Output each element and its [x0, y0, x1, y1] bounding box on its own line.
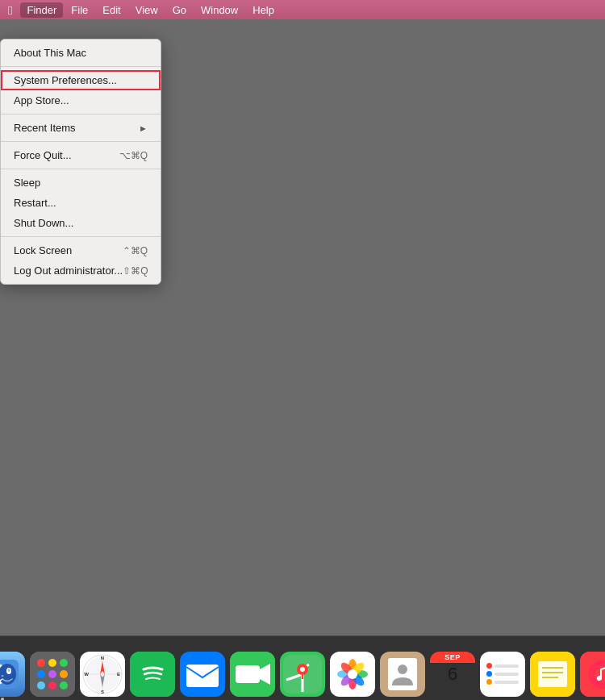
reminder-line-1 — [486, 663, 519, 669]
spotify-icon — [130, 652, 175, 697]
reminder-dot-3 — [486, 679, 492, 685]
dock: N S E W — [0, 635, 605, 700]
maps-icon — [280, 652, 325, 697]
svg-point-15 — [60, 670, 68, 678]
dock-spotify[interactable] — [130, 652, 175, 697]
reminder-bar-3 — [494, 681, 519, 684]
svg-point-40 — [300, 667, 305, 672]
dock-music[interactable] — [580, 652, 605, 697]
svg-point-50 — [348, 669, 357, 679]
svg-point-13 — [37, 670, 45, 678]
contacts-icon — [380, 652, 425, 697]
reminder-bar-2 — [494, 673, 519, 676]
svg-point-11 — [48, 659, 56, 667]
menu-item-restart[interactable]: Restart... — [1, 193, 161, 213]
svg-rect-35 — [236, 665, 260, 683]
calendar-month: SEP — [430, 652, 475, 663]
chevron-right-icon: ► — [139, 123, 148, 133]
menubar-finder[interactable]: Finder — [20, 2, 63, 18]
menu-item-about[interactable]: About This Mac — [1, 43, 161, 63]
menu-item-forcequit[interactable]: Force Quit... ⌥⌘Q — [1, 145, 161, 165]
dock-photos[interactable] — [330, 652, 375, 697]
menubar:  Finder File Edit View Go Window Help — [0, 0, 605, 19]
svg-point-8 — [2, 675, 4, 677]
desktop: About This Mac System Preferences... App… — [0, 19, 605, 635]
svg-point-31 — [136, 658, 169, 690]
reminder-bar-1 — [494, 665, 519, 668]
calendar-icon: SEP 6 — [430, 652, 475, 697]
dock-maps[interactable] — [280, 652, 325, 697]
photos-icon — [330, 652, 375, 697]
reminder-dot-2 — [486, 671, 492, 677]
calendar-day: 6 — [448, 665, 457, 684]
svg-point-10 — [37, 659, 45, 667]
dock-safari[interactable]: N S E W — [80, 652, 125, 697]
apple-menu-dropdown: About This Mac System Preferences... App… — [0, 39, 161, 285]
dock-facetime[interactable] — [230, 652, 275, 697]
svg-text:S: S — [101, 690, 104, 694]
svg-point-56 — [398, 665, 407, 674]
dock-apps: N S E W — [0, 640, 605, 697]
facetime-icon — [230, 652, 275, 697]
menu-item-lockscreen[interactable]: Lock Screen ⌃⌘Q — [1, 240, 161, 260]
dock-contacts[interactable] — [380, 652, 425, 697]
svg-point-17 — [48, 681, 56, 690]
svg-point-16 — [37, 681, 45, 690]
reminder-line-2 — [486, 671, 519, 677]
menubar-file[interactable]: File — [65, 2, 94, 18]
notes-icon — [530, 652, 575, 697]
menu-item-sleep[interactable]: Sleep — [1, 173, 161, 193]
menu-divider-1 — [1, 66, 161, 67]
svg-text:E: E — [117, 672, 120, 677]
reminder-dot-1 — [486, 663, 492, 669]
reminders-icon — [480, 656, 525, 691]
logout-shortcut: ⇧⌘Q — [123, 265, 148, 277]
svg-rect-33 — [186, 665, 219, 687]
dock-calendar[interactable]: SEP 6 — [430, 652, 475, 697]
menubar-help[interactable]: Help — [246, 2, 281, 18]
svg-rect-58 — [538, 661, 567, 687]
svg-text:N: N — [101, 656, 104, 660]
svg-point-12 — [60, 659, 68, 667]
svg-point-18 — [60, 681, 68, 690]
finder-icon — [0, 652, 25, 697]
dock-notes[interactable] — [530, 652, 575, 697]
dock-reminders[interactable] — [480, 652, 525, 697]
menu-divider-5 — [1, 236, 161, 237]
menu-divider-3 — [1, 141, 161, 142]
menubar-go[interactable]: Go — [166, 2, 193, 18]
dock-launchpad[interactable] — [30, 652, 75, 697]
music-icon — [580, 652, 605, 697]
lock-shortcut: ⌃⌘Q — [123, 245, 148, 256]
menu-item-sysprefs[interactable]: System Preferences... — [1, 70, 161, 90]
menubar-window[interactable]: Window — [194, 2, 244, 18]
dock-finder[interactable] — [0, 652, 25, 697]
mail-icon — [180, 652, 225, 697]
forcequit-shortcut: ⌥⌘Q — [119, 150, 148, 161]
svg-point-65 — [598, 676, 602, 680]
menubar-edit[interactable]: Edit — [96, 2, 127, 18]
reminder-line-3 — [486, 679, 519, 685]
apple-menu-trigger[interactable]:  — [6, 3, 19, 17]
menu-item-logout[interactable]: Log Out administrator... ⇧⌘Q — [1, 260, 161, 281]
menu-item-recent[interactable]: Recent Items ► — [1, 118, 161, 138]
launchpad-icon — [30, 652, 75, 697]
menubar-view[interactable]: View — [129, 2, 165, 18]
svg-text:W: W — [84, 672, 89, 677]
menu-divider-2 — [1, 114, 161, 115]
dock-mail[interactable] — [180, 652, 225, 697]
menu-divider-4 — [1, 169, 161, 169]
svg-point-14 — [48, 670, 56, 678]
svg-point-7 — [8, 669, 10, 672]
menu-item-appstore[interactable]: App Store... — [1, 90, 161, 110]
dock-finder-dot — [1, 698, 4, 701]
safari-icon: N S E W — [80, 652, 125, 697]
menu-item-shutdown[interactable]: Shut Down... — [1, 213, 161, 233]
